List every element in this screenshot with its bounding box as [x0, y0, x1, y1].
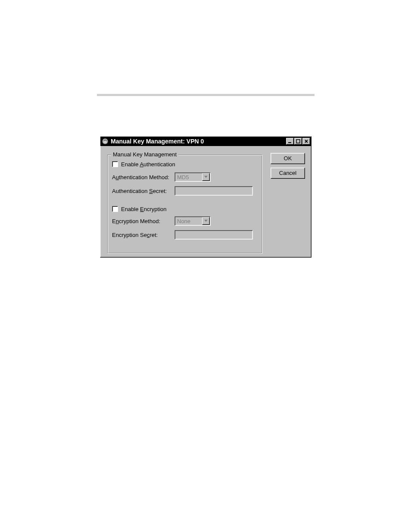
- label-part: cryption Method:: [119, 218, 160, 224]
- svg-rect-1: [288, 142, 291, 143]
- label-part: Authentication: [112, 188, 149, 194]
- titlebar[interactable]: Manual Key Management: VPN 0: [100, 137, 311, 146]
- label-part: ret:: [149, 232, 158, 238]
- label-part: Enable: [121, 206, 140, 212]
- svg-point-0: [103, 139, 108, 144]
- chevron-down-icon[interactable]: [202, 173, 210, 181]
- maximize-button[interactable]: [294, 138, 302, 145]
- label-part: A: [112, 174, 116, 180]
- chevron-down-icon[interactable]: [202, 217, 210, 225]
- close-button[interactable]: [302, 138, 310, 145]
- enable-authentication-checkbox[interactable]: [112, 161, 118, 167]
- dialog-window: Manual Key Management: VPN 0 Manual Key …: [100, 136, 311, 258]
- app-icon: [101, 137, 109, 145]
- manual-key-management-group: Manual Key Management Enable Authenticat…: [107, 155, 262, 254]
- combo-value: MD5: [175, 174, 202, 180]
- label-part: ncryption: [144, 206, 167, 212]
- encryption-method-label: Encryption Method:: [112, 218, 174, 224]
- authentication-method-label: Authentication Method:: [112, 174, 174, 180]
- svg-rect-2: [296, 140, 300, 143]
- mnemonic: u: [116, 174, 119, 180]
- window-title: Manual Key Management: VPN 0: [111, 138, 286, 145]
- enable-authentication-label: Enable Authentication: [121, 161, 175, 168]
- mnemonic: n: [116, 218, 119, 224]
- cancel-button[interactable]: Cancel: [271, 168, 305, 179]
- encryption-secret-input[interactable]: [174, 230, 253, 240]
- client-area: Manual Key Management Enable Authenticat…: [100, 146, 311, 257]
- mnemonic: E: [140, 206, 144, 212]
- enable-encryption-label: Enable Encryption: [121, 206, 167, 212]
- authentication-secret-label: Authentication Secret:: [112, 188, 174, 194]
- label-part: Encryption Se: [112, 232, 147, 238]
- label-part: uthentication: [143, 161, 175, 168]
- mnemonic: S: [149, 188, 153, 194]
- ok-button[interactable]: OK: [271, 153, 305, 164]
- encryption-secret-label: Encryption Secret:: [112, 232, 174, 238]
- mnemonic: A: [140, 161, 143, 168]
- label-part: Enable: [121, 161, 140, 168]
- minimize-button[interactable]: [286, 138, 294, 145]
- window-controls: [286, 138, 310, 145]
- label-part: E: [112, 218, 116, 224]
- encryption-method-combo[interactable]: None: [174, 216, 211, 226]
- groupbox-legend: Manual Key Management: [111, 151, 178, 158]
- label-part: thentication Method:: [119, 174, 169, 180]
- enable-encryption-checkbox[interactable]: [112, 206, 118, 212]
- page-divider: [97, 94, 314, 96]
- authentication-secret-input[interactable]: [174, 186, 253, 196]
- authentication-method-combo[interactable]: MD5: [174, 172, 211, 182]
- combo-value: None: [175, 218, 202, 224]
- label-part: ecret:: [153, 188, 167, 194]
